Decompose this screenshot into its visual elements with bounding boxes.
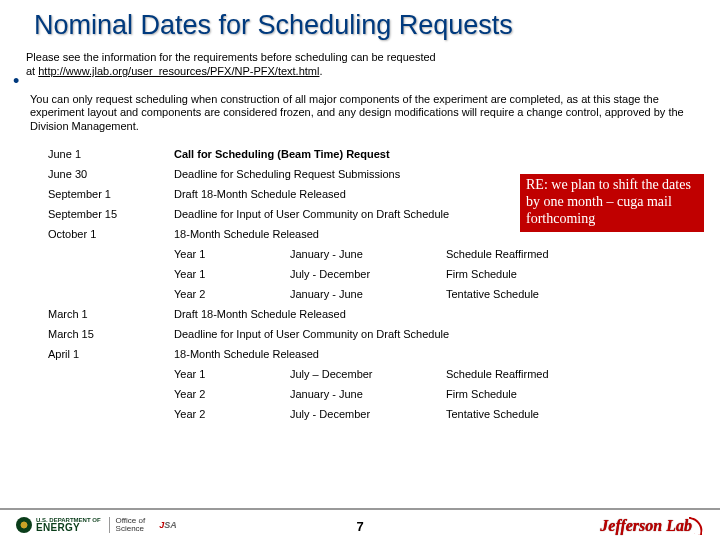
table-row: March 1Draft 18-Month Schedule Released (48, 304, 688, 324)
date-cell: September 1 (48, 184, 174, 204)
months-cell: January - June (290, 284, 446, 304)
swoosh-icon (686, 517, 705, 536)
footer-left: U.S. DEPARTMENT OF ENERGY Office of Scie… (16, 517, 177, 534)
date-cell: June 30 (48, 164, 174, 184)
status-cell: Schedule Reaffirmed (446, 364, 688, 384)
year-cell: Year 2 (174, 404, 290, 424)
desc-cell: Deadline for Input of User Community on … (174, 324, 688, 344)
date-cell: June 1 (48, 144, 174, 164)
office-label: Office of Science (109, 517, 146, 534)
slide-title: Nominal Dates for Scheduling Requests (0, 0, 720, 41)
desc-cell: Call for Scheduling (Beam Time) Request (174, 144, 688, 164)
sub-row: Year 1July - DecemberFirm Schedule (48, 264, 688, 284)
date-cell: September 15 (48, 204, 174, 224)
months-cell: July – December (290, 364, 446, 384)
intro-line2-prefix: at (26, 65, 38, 77)
date-cell: March 1 (48, 304, 174, 324)
intro-line2-suffix: . (319, 65, 322, 77)
months-cell: July - December (290, 264, 446, 284)
sub-row: Year 2January - JuneTentative Schedule (48, 284, 688, 304)
intro-paragraph: Please see the information for the requi… (0, 41, 720, 79)
year-cell: Year 1 (174, 244, 290, 264)
date-cell: October 1 (48, 224, 174, 244)
jsa-logo: JSA (153, 520, 177, 530)
bullet-dot: • (13, 71, 19, 92)
callout-box: RE: we plan to shift the dates by one mo… (520, 174, 704, 232)
table-row: March 15Deadline for Input of User Commu… (48, 324, 688, 344)
sub-row: Year 1July – DecemberSchedule Reaffirmed (48, 364, 688, 384)
status-cell: Schedule Reaffirmed (446, 244, 688, 264)
sub-row: Year 2January - JuneFirm Schedule (48, 384, 688, 404)
intro-line1: Please see the information for the requi… (26, 51, 436, 63)
jlab-text: Jefferson Lab (600, 517, 692, 534)
sub-row: Year 2July - DecemberTentative Schedule (48, 404, 688, 424)
page-number: 7 (356, 519, 363, 534)
desc-cell: Draft 18-Month Schedule Released (174, 304, 688, 324)
intro-link[interactable]: http://www.jlab.org/user_resources/PFX/N… (38, 65, 319, 77)
months-cell: July - December (290, 404, 446, 424)
year-cell: Year 1 (174, 364, 290, 384)
year-cell: Year 1 (174, 264, 290, 284)
months-cell: January - June (290, 244, 446, 264)
jlab-logo: Jefferson Lab (600, 515, 704, 535)
jsa-text: SA (164, 520, 177, 530)
status-cell: Tentative Schedule (446, 284, 688, 304)
table-row: April 118-Month Schedule Released (48, 344, 688, 364)
date-cell: March 15 (48, 324, 174, 344)
body-paragraph: You can only request scheduling when con… (0, 79, 720, 134)
status-cell: Tentative Schedule (446, 404, 688, 424)
year-cell: Year 2 (174, 284, 290, 304)
doe-seal-icon (16, 517, 32, 533)
status-cell: Firm Schedule (446, 384, 688, 404)
sub-row: Year 1January - JuneSchedule Reaffirmed (48, 244, 688, 264)
doe-bottom: ENERGY (36, 523, 101, 533)
date-cell: April 1 (48, 344, 174, 364)
months-cell: January - June (290, 384, 446, 404)
status-cell: Firm Schedule (446, 264, 688, 284)
year-cell: Year 2 (174, 384, 290, 404)
table-row: June 1Call for Scheduling (Beam Time) Re… (48, 144, 688, 164)
doe-logo: U.S. DEPARTMENT OF ENERGY (16, 517, 101, 533)
office-l2: Science (116, 524, 144, 533)
desc-cell: 18-Month Schedule Released (174, 344, 688, 364)
